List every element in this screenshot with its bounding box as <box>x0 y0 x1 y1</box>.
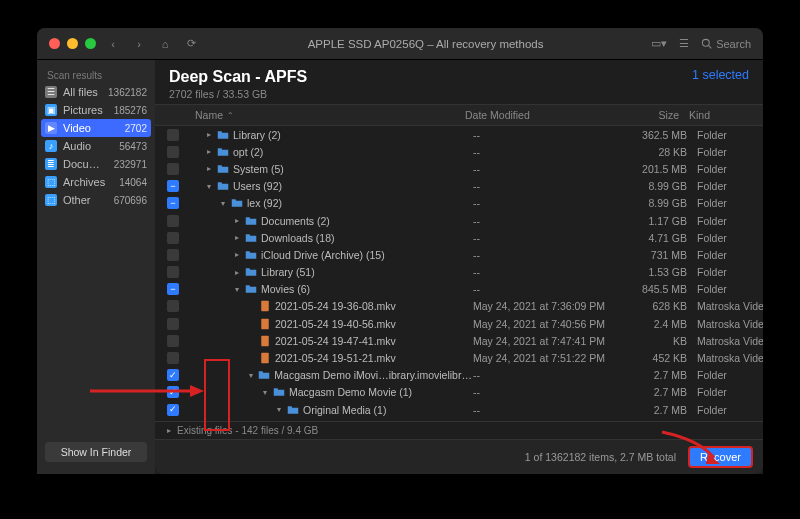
file-size: 2.7 MB <box>623 369 687 381</box>
file-row[interactable]: ✓▾Original Media (1)--2.7 MBFolder <box>155 401 763 418</box>
row-checkbox[interactable] <box>167 318 179 330</box>
view-icon[interactable]: ▭▾ <box>651 37 667 50</box>
minimize-dot[interactable] <box>67 38 78 49</box>
close-dot[interactable] <box>49 38 60 49</box>
main-panel: Deep Scan - APFS 2702 files / 33.53 GB 1… <box>155 60 763 474</box>
disclosure-icon[interactable]: ▾ <box>275 405 283 414</box>
row-checkbox[interactable] <box>167 215 179 227</box>
folder-icon <box>217 180 229 192</box>
file-icon <box>259 318 271 330</box>
file-date: -- <box>473 129 623 141</box>
sidebar-item-label: All files <box>63 86 102 98</box>
row-checkbox[interactable]: ✓ <box>167 386 179 398</box>
sidebar-item-archives[interactable]: ⬚Archives14064 <box>37 173 155 191</box>
disclosure-icon[interactable]: ▾ <box>219 199 227 208</box>
sidebar-item-all-files[interactable]: ☰All files1362182 <box>37 83 155 101</box>
row-checkbox[interactable]: ✓ <box>167 404 179 416</box>
file-row[interactable]: ✓▾Macgasm Demo iMovi…ibrary.imovielibrar… <box>155 367 763 384</box>
file-row[interactable]: ✓Screen Recording…1 12.51.45 AM.movNov 1… <box>155 418 763 421</box>
col-size[interactable]: Size <box>615 109 679 121</box>
recover-button[interactable]: Recover <box>688 446 753 468</box>
file-row[interactable]: ▸Library (51)--1.53 GBFolder <box>155 264 763 281</box>
sidebar-item-video[interactable]: ▶Video2702 <box>41 119 151 137</box>
titlebar: ‹ › ⌂ ⟳ APPLE SSD AP0256Q – All recovery… <box>37 28 763 60</box>
row-checkbox[interactable] <box>167 352 179 364</box>
sidebar-item-pictures[interactable]: ▣Pictures185276 <box>37 101 155 119</box>
row-checkbox[interactable] <box>167 266 179 278</box>
row-checkbox[interactable] <box>167 146 179 158</box>
file-list[interactable]: ▸Library (2)--362.5 MBFolder▸opt (2)--28… <box>155 126 763 421</box>
file-name: System (5) <box>233 163 284 175</box>
disclosure-icon[interactable]: ▸ <box>205 130 213 139</box>
file-row[interactable]: ▸System (5)--201.5 MBFolder <box>155 160 763 177</box>
forward-button[interactable]: › <box>130 38 148 50</box>
row-checkbox[interactable] <box>167 335 179 347</box>
disclosure-icon[interactable]: ▸ <box>233 268 241 277</box>
sidebar-item-label: Documents <box>63 158 108 170</box>
file-size: 2.7 MB <box>623 404 687 416</box>
folder-icon <box>217 163 229 175</box>
disclosure-icon[interactable]: ▾ <box>205 182 213 191</box>
file-kind: Folder <box>687 129 763 141</box>
sidebar-icon: ☰ <box>45 86 57 98</box>
file-name: Library (2) <box>233 129 281 141</box>
file-row[interactable]: 2021-05-24 19-47-41.mkvMay 24, 2021 at 7… <box>155 332 763 349</box>
file-size: 8.99 GB <box>623 180 687 192</box>
row-checkbox[interactable] <box>167 232 179 244</box>
file-row[interactable]: −▾lex (92)--8.99 GBFolder <box>155 195 763 212</box>
file-size: 362.5 MB <box>623 129 687 141</box>
file-icon <box>259 300 271 312</box>
row-checkbox[interactable] <box>167 300 179 312</box>
file-row[interactable]: ▸iCloud Drive (Archive) (15)--731 MBFold… <box>155 246 763 263</box>
file-kind: Matroska Video <box>687 318 763 330</box>
sidebar-icon: ⬚ <box>45 194 57 206</box>
folder-icon <box>217 129 229 141</box>
row-checkbox[interactable]: − <box>167 180 179 192</box>
filter-icon[interactable]: ☰ <box>679 37 689 50</box>
disclosure-icon[interactable]: ▸ <box>205 147 213 156</box>
zoom-dot[interactable] <box>85 38 96 49</box>
col-date[interactable]: Date Modified <box>465 109 615 121</box>
column-headers: Name ⌃ Date Modified Size Kind <box>155 104 763 126</box>
file-row[interactable]: ✓▾Macgasm Demo Movie (1)--2.7 MBFolder <box>155 384 763 401</box>
file-row[interactable]: ▸opt (2)--28 KBFolder <box>155 143 763 160</box>
row-checkbox[interactable]: − <box>167 197 179 209</box>
disclosure-icon[interactable]: ▾ <box>261 388 269 397</box>
folder-icon <box>245 232 257 244</box>
file-name: Original Media (1) <box>303 404 386 416</box>
row-checkbox[interactable] <box>167 163 179 175</box>
row-checkbox[interactable] <box>167 129 179 141</box>
file-row[interactable]: 2021-05-24 19-51-21.mkvMay 24, 2021 at 7… <box>155 349 763 366</box>
disclosure-icon[interactable]: ▸ <box>233 216 241 225</box>
file-row[interactable]: ▸Library (2)--362.5 MBFolder <box>155 126 763 143</box>
col-kind[interactable]: Kind <box>679 109 755 121</box>
col-name[interactable]: Name ⌃ <box>191 109 465 121</box>
search-field[interactable]: Search <box>701 38 751 50</box>
file-row[interactable]: 2021-05-24 19-36-08.mkvMay 24, 2021 at 7… <box>155 298 763 315</box>
file-row[interactable]: ▸Documents (2)--1.17 GBFolder <box>155 212 763 229</box>
sidebar-item-documents[interactable]: ≣Documents232971 <box>37 155 155 173</box>
show-in-finder-button[interactable]: Show In Finder <box>45 442 147 462</box>
sidebar-item-audio[interactable]: ♪Audio56473 <box>37 137 155 155</box>
file-row[interactable]: −▾Users (92)--8.99 GBFolder <box>155 178 763 195</box>
home-icon[interactable]: ⌂ <box>156 38 174 50</box>
sidebar-item-other[interactable]: ⬚Other670696 <box>37 191 155 209</box>
folder-icon <box>245 266 257 278</box>
refresh-icon[interactable]: ⟳ <box>182 37 200 50</box>
row-checkbox[interactable] <box>167 249 179 261</box>
search-placeholder: Search <box>716 38 751 50</box>
disclosure-icon[interactable]: ▾ <box>247 371 254 380</box>
existing-files-row[interactable]: ▸ Existing files - 142 files / 9.4 GB <box>155 421 763 439</box>
file-row[interactable]: 2021-05-24 19-40-56.mkvMay 24, 2021 at 7… <box>155 315 763 332</box>
disclosure-icon[interactable]: ▾ <box>233 285 241 294</box>
disclosure-icon[interactable]: ▸ <box>233 233 241 242</box>
back-button[interactable]: ‹ <box>104 38 122 50</box>
row-checkbox[interactable]: − <box>167 283 179 295</box>
row-checkbox[interactable]: ✓ <box>167 369 179 381</box>
folder-icon <box>217 146 229 158</box>
file-size: 628 KB <box>623 300 687 312</box>
disclosure-icon[interactable]: ▸ <box>233 250 241 259</box>
disclosure-icon[interactable]: ▸ <box>205 164 213 173</box>
file-row[interactable]: ▸Downloads (18)--4.71 GBFolder <box>155 229 763 246</box>
file-row[interactable]: −▾Movies (6)--845.5 MBFolder <box>155 281 763 298</box>
